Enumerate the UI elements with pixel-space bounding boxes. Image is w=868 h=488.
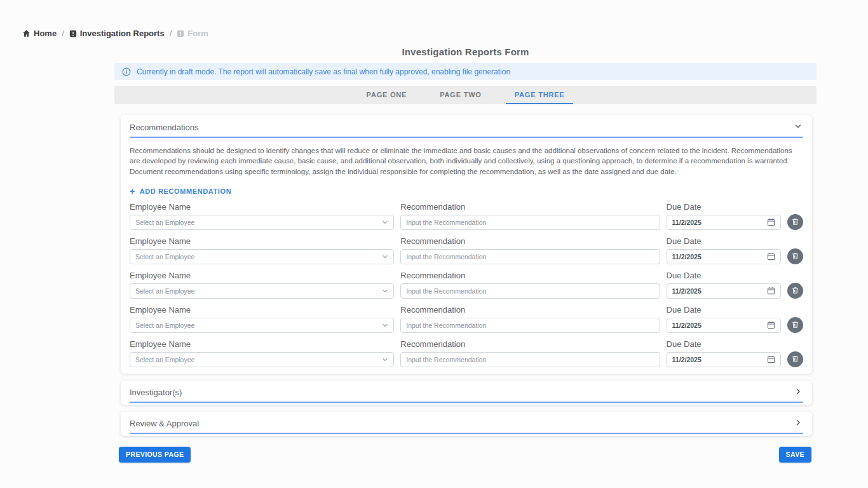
recommendation-row: Employee Name Select an Employee Recomme… [130, 236, 803, 264]
employee-name-label: Employee Name [130, 236, 394, 246]
section-underline [130, 402, 803, 403]
employee-select-placeholder: Select an Employee [135, 322, 194, 329]
chevron-down-icon [382, 322, 388, 329]
employee-select[interactable]: Select an Employee [130, 249, 394, 264]
calendar-icon[interactable] [767, 321, 775, 329]
due-date-input[interactable] [667, 283, 781, 299]
recommendation-input[interactable] [400, 215, 660, 230]
recommendation-input[interactable] [400, 352, 660, 367]
breadcrumb-home-label: Home [34, 29, 57, 38]
chevron-down-icon [382, 356, 388, 363]
trash-icon [792, 218, 799, 226]
trash-icon [792, 287, 799, 294]
form-footer: PREVIOUS PAGE SAVE [119, 447, 811, 463]
recommendations-section-header[interactable]: Recommendations [130, 121, 803, 133]
plus-icon: + [130, 187, 135, 196]
tab-page-three[interactable]: PAGE THREE [506, 86, 574, 104]
delete-recommendation-button[interactable] [787, 351, 803, 367]
employee-field: Employee Name Select an Employee [130, 236, 394, 264]
home-icon [22, 29, 31, 37]
tab-page-one-label: PAGE ONE [367, 91, 407, 98]
review-approval-section-header[interactable]: Review & Approval [130, 417, 803, 430]
breadcrumb-separator: / [62, 29, 64, 38]
chevron-down-icon [794, 123, 802, 132]
employee-select-placeholder: Select an Employee [135, 287, 194, 295]
employee-select[interactable]: Select an Employee [130, 215, 394, 230]
calendar-icon[interactable] [767, 252, 775, 261]
due-date-label: Due Date [667, 305, 781, 315]
recommendation-row: Employee Name Select an Employee Recomme… [130, 305, 803, 333]
breadcrumb: Home / Investigation Reports / Form [22, 29, 868, 38]
due-date-input[interactable] [667, 215, 781, 230]
page-title: Investigation Reports Form [114, 46, 817, 57]
breadcrumb-home[interactable]: Home [22, 29, 57, 38]
add-recommendation-button[interactable]: + ADD RECOMMENDATION [130, 187, 231, 196]
employee-name-label: Employee Name [130, 202, 394, 212]
employee-name-label: Employee Name [130, 339, 394, 349]
save-button[interactable]: SAVE [779, 447, 811, 463]
recommendations-section-title: Recommendations [130, 123, 198, 132]
due-date-input[interactable] [667, 318, 781, 333]
expand-section-button[interactable] [793, 386, 803, 398]
review-approval-section-title: Review & Approval [130, 419, 199, 428]
due-date-value[interactable] [672, 322, 749, 329]
breadcrumb-separator: / [170, 29, 172, 38]
employee-select[interactable]: Select an Employee [130, 318, 394, 333]
chevron-right-icon [794, 419, 802, 428]
due-date-value[interactable] [672, 219, 749, 226]
trash-icon [792, 321, 799, 329]
previous-page-button[interactable]: PREVIOUS PAGE [119, 447, 191, 463]
employee-field: Employee Name Select an Employee [130, 339, 394, 367]
recommendation-input[interactable] [400, 249, 660, 264]
due-date-input[interactable] [667, 352, 781, 367]
calendar-icon[interactable] [767, 218, 775, 226]
due-date-value[interactable] [672, 253, 749, 261]
recommendation-row: Employee Name Select an Employee Recomme… [130, 202, 803, 230]
due-date-input[interactable] [667, 249, 781, 264]
draft-mode-banner: Currently in draft mode. The report will… [114, 63, 817, 80]
delete-recommendation-button[interactable] [787, 317, 803, 333]
employee-name-label: Employee Name [130, 305, 394, 315]
due-date-label: Due Date [667, 236, 781, 246]
page-tabs: PAGE ONE PAGE TWO PAGE THREE [114, 86, 817, 104]
employee-select[interactable]: Select an Employee [130, 283, 394, 299]
employee-select-placeholder: Select an Employee [135, 219, 194, 226]
collapse-section-button[interactable] [793, 121, 803, 133]
breadcrumb-form-label: Form [187, 29, 208, 38]
recommendation-label: Recommendation [400, 339, 660, 349]
delete-recommendation-button[interactable] [787, 248, 803, 264]
expand-section-button[interactable] [793, 417, 803, 430]
employee-select-placeholder: Select an Employee [135, 356, 194, 363]
tab-page-one[interactable]: PAGE ONE [358, 86, 416, 104]
recommendation-row: Employee Name Select an Employee Recomme… [130, 271, 803, 299]
section-underline [130, 433, 803, 434]
trash-icon [792, 355, 799, 363]
due-date-field: Due Date [667, 339, 781, 367]
recommendation-field: Recommendation [400, 202, 660, 230]
due-date-field: Due Date [667, 305, 781, 333]
recommendation-input[interactable] [400, 318, 660, 333]
breadcrumb-investigation-reports[interactable]: Investigation Reports [69, 29, 165, 38]
employee-field: Employee Name Select an Employee [130, 271, 394, 299]
breadcrumb-form: Form [177, 29, 208, 38]
delete-recommendation-button[interactable] [787, 283, 803, 299]
employee-field: Employee Name Select an Employee [130, 202, 394, 230]
delete-recommendation-button[interactable] [787, 214, 803, 230]
calendar-icon[interactable] [767, 355, 775, 363]
employee-name-label: Employee Name [130, 271, 394, 280]
due-date-value[interactable] [672, 356, 749, 363]
recommendation-label: Recommendation [400, 236, 660, 246]
calendar-icon[interactable] [767, 287, 775, 295]
recommendation-label: Recommendation [400, 202, 660, 212]
add-recommendation-label: ADD RECOMMENDATION [140, 187, 231, 195]
investigators-section-header[interactable]: Investigator(s) [130, 386, 803, 398]
recommendation-input[interactable] [400, 283, 660, 299]
employee-select[interactable]: Select an Employee [130, 352, 394, 367]
employee-select-placeholder: Select an Employee [135, 253, 194, 261]
tab-page-two[interactable]: PAGE TWO [431, 86, 490, 104]
recommendation-field: Recommendation [400, 236, 660, 264]
recommendations-section: Recommendations Recommendations should b… [121, 115, 812, 374]
due-date-field: Due Date [667, 236, 781, 264]
due-date-field: Due Date [667, 202, 781, 230]
due-date-value[interactable] [672, 287, 749, 295]
